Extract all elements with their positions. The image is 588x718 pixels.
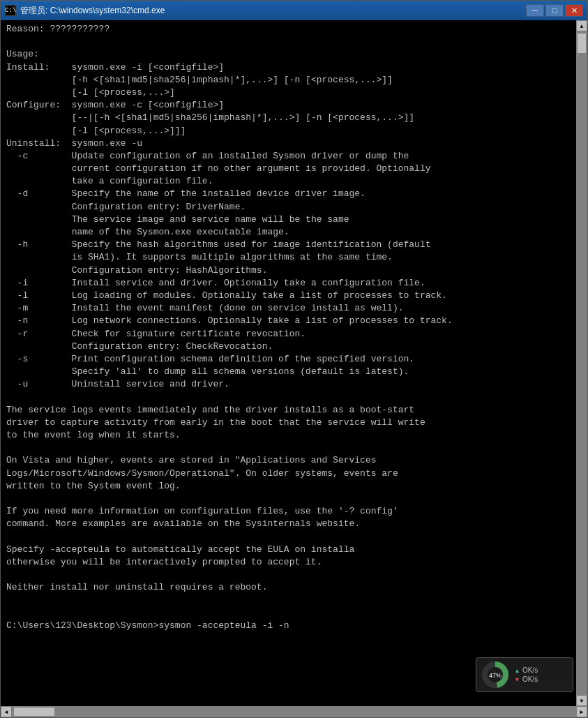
content-area: Reason: ??????????? Usage: Install: sysm… xyxy=(1,20,587,706)
upload-value: OK/s xyxy=(522,666,538,674)
scroll-up-arrow[interactable]: ▲ xyxy=(576,20,587,31)
download-arrow-icon: ▼ xyxy=(514,676,520,683)
scroll-right-arrow[interactable]: ► xyxy=(576,706,587,717)
horizontal-scroll-thumb[interactable] xyxy=(13,707,55,717)
upload-arrow-icon: ▲ xyxy=(514,667,520,674)
download-value: OK/s xyxy=(522,675,538,683)
scroll-track[interactable] xyxy=(576,31,587,695)
window-icon: C:\ xyxy=(5,5,16,16)
upload-stat: ▲ OK/s xyxy=(514,666,538,674)
vertical-scrollbar[interactable]: ▲ ▼ xyxy=(576,20,587,706)
horizontal-scrollbar[interactable]: ◄ ► xyxy=(1,706,587,717)
close-button[interactable]: ✕ xyxy=(565,4,583,17)
window-controls: ─ □ ✕ xyxy=(526,4,583,17)
svg-text:47%: 47% xyxy=(489,672,502,679)
title-bar: C:\ 管理员: C:\windows\system32\cmd.exe ─ □… xyxy=(1,1,587,20)
scroll-left-arrow[interactable]: ◄ xyxy=(1,706,12,717)
scroll-thumb[interactable] xyxy=(577,33,587,54)
download-stat: ▼ OK/s xyxy=(514,675,538,683)
terminal-output[interactable]: Reason: ??????????? Usage: Install: sysm… xyxy=(1,20,576,706)
window-title: 管理员: C:\windows\system32\cmd.exe xyxy=(20,5,526,17)
cmd-window: C:\ 管理员: C:\windows\system32\cmd.exe ─ □… xyxy=(0,0,588,718)
maximize-button[interactable]: □ xyxy=(545,4,564,17)
donut-chart: 47% xyxy=(481,660,510,689)
net-stats: ▲ OK/s ▼ OK/s xyxy=(514,666,538,683)
scroll-down-arrow[interactable]: ▼ xyxy=(576,695,587,706)
horizontal-scroll-track[interactable] xyxy=(12,706,576,717)
network-monitor-widget: 47% ▲ OK/s ▼ OK/s xyxy=(476,657,573,692)
minimize-button[interactable]: ─ xyxy=(526,4,544,17)
